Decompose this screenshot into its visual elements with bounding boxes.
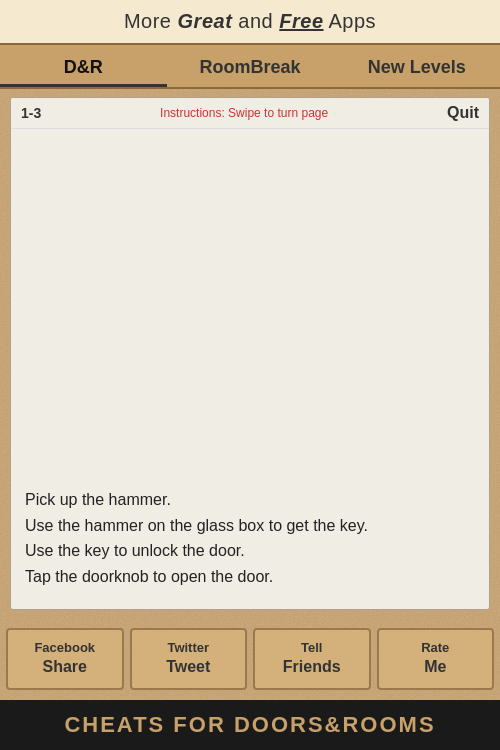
- page-number: 1-3: [21, 105, 41, 121]
- line-3: Use the key to unlock the door.: [25, 542, 245, 559]
- page-instruction: Instructions: Swipe to turn page: [160, 106, 328, 120]
- facebook-share-button[interactable]: Facebook Share: [6, 628, 124, 690]
- banner-text: More Great and Free Apps: [124, 10, 376, 32]
- footer: CHEATS FOR DOORS&ROOMS: [0, 700, 500, 750]
- footer-text: CHEATS FOR DOORS&ROOMS: [8, 712, 492, 738]
- nav-tabs: D&R RoomBreak New Levels: [0, 45, 500, 89]
- rate-me-button[interactable]: Rate Me: [377, 628, 495, 690]
- page-card: 1-3 Instructions: Swipe to turn page Qui…: [10, 97, 490, 610]
- page-card-header: 1-3 Instructions: Swipe to turn page Qui…: [11, 98, 489, 129]
- tab-roombreak[interactable]: RoomBreak: [167, 51, 334, 87]
- tab-newlevels[interactable]: New Levels: [333, 51, 500, 87]
- tell-friends-button[interactable]: Tell Friends: [253, 628, 371, 690]
- twitter-tweet-button[interactable]: Twitter Tweet: [130, 628, 248, 690]
- bottom-buttons: Facebook Share Twitter Tweet Tell Friend…: [0, 618, 500, 700]
- main-content: 1-3 Instructions: Swipe to turn page Qui…: [0, 89, 500, 618]
- page-card-body: Pick up the hammer. Use the hammer on th…: [11, 129, 489, 609]
- top-banner[interactable]: More Great and Free Apps: [0, 0, 500, 45]
- tab-dr[interactable]: D&R: [0, 51, 167, 87]
- line-4: Tap the doorknob to open the door.: [25, 568, 273, 585]
- quit-button[interactable]: Quit: [447, 104, 479, 122]
- instruction-text: Pick up the hammer. Use the hammer on th…: [25, 487, 475, 589]
- line-2: Use the hammer on the glass box to get t…: [25, 517, 368, 534]
- line-1: Pick up the hammer.: [25, 491, 171, 508]
